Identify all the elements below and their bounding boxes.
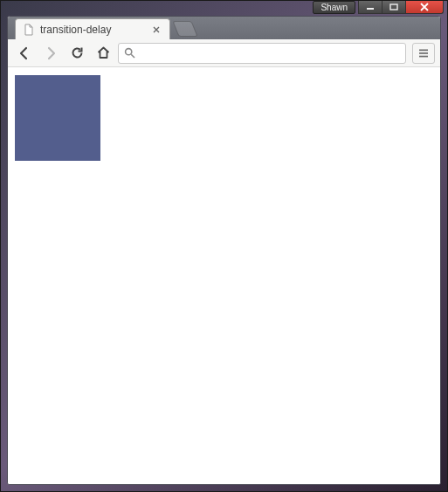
back-button[interactable]	[13, 42, 36, 65]
new-tab-button[interactable]	[172, 21, 197, 37]
minimize-button[interactable]	[358, 1, 383, 14]
minimize-icon	[366, 3, 375, 10]
svg-rect-1	[390, 4, 397, 10]
hamburger-icon	[417, 48, 430, 59]
tab-title: transition-delay	[40, 24, 150, 36]
close-icon	[153, 26, 160, 33]
home-button[interactable]	[92, 42, 114, 65]
tab-strip: transition-delay	[8, 17, 440, 39]
svg-point-2	[126, 49, 132, 55]
maximize-button[interactable]	[382, 1, 406, 14]
search-icon	[124, 47, 135, 59]
browser-tab-active[interactable]: transition-delay	[15, 18, 170, 39]
svg-rect-5	[419, 55, 428, 57]
svg-rect-4	[419, 52, 428, 54]
user-badge[interactable]: Shawn	[313, 1, 355, 14]
file-icon	[23, 24, 35, 36]
reload-icon	[70, 45, 85, 60]
arrow-left-icon	[17, 45, 32, 61]
page-content	[8, 67, 440, 484]
home-icon	[96, 45, 111, 60]
transition-square	[15, 75, 100, 161]
os-titlebar: Shawn	[1, 1, 447, 16]
browser-window: transition-delay	[7, 16, 441, 485]
svg-rect-3	[419, 49, 428, 51]
tab-close-button[interactable]	[150, 24, 162, 36]
forward-button[interactable]	[39, 42, 62, 65]
address-bar[interactable]	[118, 43, 406, 64]
svg-rect-0	[367, 8, 374, 10]
browser-toolbar	[8, 39, 440, 67]
close-button[interactable]	[405, 1, 444, 14]
url-input[interactable]	[141, 45, 400, 62]
reload-button[interactable]	[65, 42, 88, 65]
close-icon	[419, 3, 430, 11]
arrow-right-icon	[43, 45, 59, 61]
os-window-frame: Shawn transition-delay	[0, 0, 448, 492]
chrome-menu-button[interactable]	[412, 43, 435, 64]
maximize-icon	[389, 3, 398, 10]
